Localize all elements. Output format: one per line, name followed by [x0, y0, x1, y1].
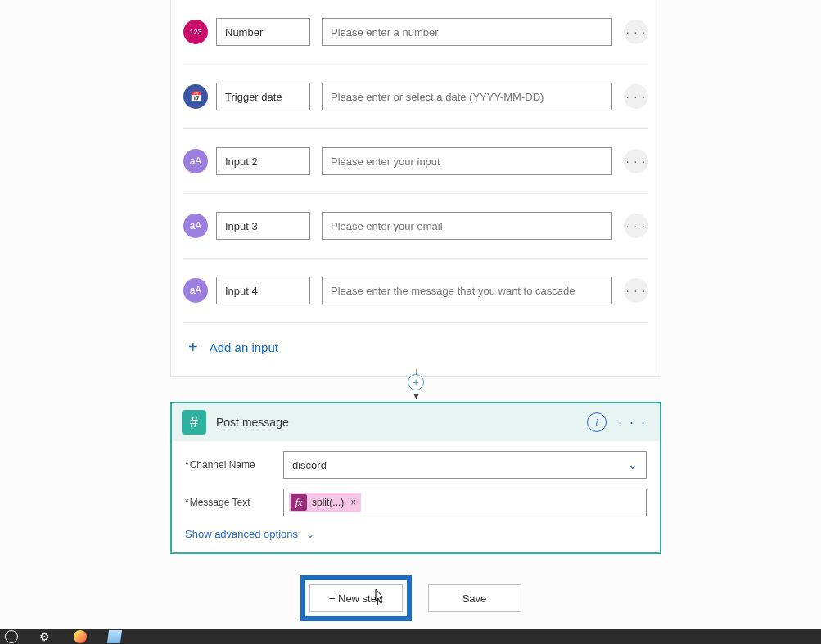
expression-token[interactable]: fx split(...) ×: [289, 493, 361, 512]
input-name-field[interactable]: [216, 83, 310, 110]
number-icon: 123: [183, 20, 208, 44]
input-placeholder-field[interactable]: [322, 147, 612, 175]
action-header[interactable]: # Post message i · · ·: [172, 403, 660, 441]
channel-name-value: discord: [292, 459, 327, 471]
input-menu-button[interactable]: · · ·: [624, 20, 648, 44]
arrow-down-icon: ▾: [408, 390, 424, 400]
taskbar-app-icon[interactable]: [74, 630, 87, 643]
action-card: # Post message i · · · *Channel Name dis…: [170, 402, 661, 554]
bottom-button-bar: + New step Save: [0, 575, 821, 621]
input-row: aA · · ·: [183, 194, 648, 259]
message-text-label: *Message Text: [185, 497, 283, 508]
add-input-label: Add an input: [210, 340, 278, 354]
input-placeholder-field[interactable]: [322, 18, 612, 46]
action-title: Post message: [216, 416, 587, 429]
taskbar[interactable]: ⚙: [0, 629, 821, 644]
input-placeholder-field[interactable]: [322, 212, 612, 240]
input-name-field[interactable]: [216, 18, 310, 46]
start-button[interactable]: [5, 630, 18, 643]
input-placeholder-field[interactable]: [322, 277, 612, 304]
input-row: aA · · ·: [183, 259, 648, 323]
calendar-icon: 📅: [183, 84, 208, 109]
insert-step-button[interactable]: +: [408, 374, 424, 390]
save-button[interactable]: Save: [428, 584, 521, 612]
action-menu-button[interactable]: · · ·: [615, 414, 650, 431]
trigger-inputs-list: 123 · · · 📅 · · · aA · · · aA · · · aA: [171, 0, 661, 376]
input-placeholder-field[interactable]: [322, 83, 612, 110]
fx-icon: fx: [291, 494, 307, 511]
new-step-button[interactable]: + New step: [309, 584, 403, 612]
text-icon: aA: [183, 149, 208, 173]
channel-name-label: *Channel Name: [185, 459, 283, 471]
field-row-message: *Message Text fx split(...) ×: [185, 489, 647, 516]
expression-token-text: split(...): [312, 497, 344, 508]
action-body: *Channel Name discord ⌄ *Message Text fx…: [172, 441, 660, 552]
text-icon: aA: [183, 278, 208, 303]
channel-name-select[interactable]: discord ⌄: [283, 451, 647, 479]
input-menu-button[interactable]: · · ·: [624, 149, 648, 173]
input-menu-button[interactable]: · · ·: [624, 278, 648, 303]
input-name-field[interactable]: [216, 147, 310, 175]
input-row: 123 · · ·: [183, 0, 648, 65]
input-name-field[interactable]: [216, 277, 310, 304]
input-menu-button[interactable]: · · ·: [624, 84, 648, 109]
plus-icon: +: [188, 338, 198, 357]
text-icon: aA: [183, 214, 208, 238]
trigger-card: 123 · · · 📅 · · · aA · · · aA · · · aA: [170, 0, 661, 377]
tutorial-highlight: + New step: [300, 575, 412, 621]
input-menu-button[interactable]: · · ·: [624, 214, 648, 238]
flow-connector: + ▾: [408, 369, 424, 400]
message-text-input[interactable]: fx split(...) ×: [283, 489, 647, 516]
taskbar-app-icon[interactable]: [107, 630, 122, 643]
token-remove-button[interactable]: ×: [350, 497, 356, 508]
input-name-field[interactable]: [216, 212, 310, 240]
slack-hash-icon: #: [182, 410, 206, 435]
advanced-options-label: Show advanced options: [185, 528, 298, 540]
chevron-down-icon: ⌄: [628, 458, 638, 471]
show-advanced-options[interactable]: Show advanced options ⌄: [185, 528, 314, 540]
input-row: aA · · ·: [183, 129, 648, 194]
input-row: 📅 · · ·: [183, 65, 648, 129]
settings-icon[interactable]: ⚙: [39, 630, 52, 643]
info-button[interactable]: i: [587, 412, 607, 432]
chevron-down-icon: ⌄: [306, 529, 314, 540]
field-row-channel: *Channel Name discord ⌄: [185, 451, 647, 479]
